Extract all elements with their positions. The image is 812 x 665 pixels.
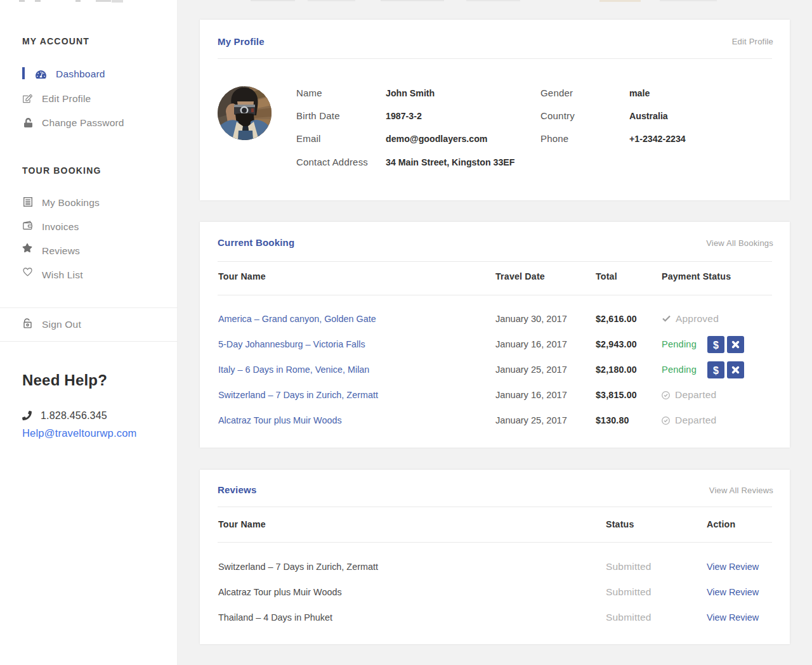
svg-text:$: $ xyxy=(713,365,719,375)
svg-text:$: $ xyxy=(713,339,719,350)
